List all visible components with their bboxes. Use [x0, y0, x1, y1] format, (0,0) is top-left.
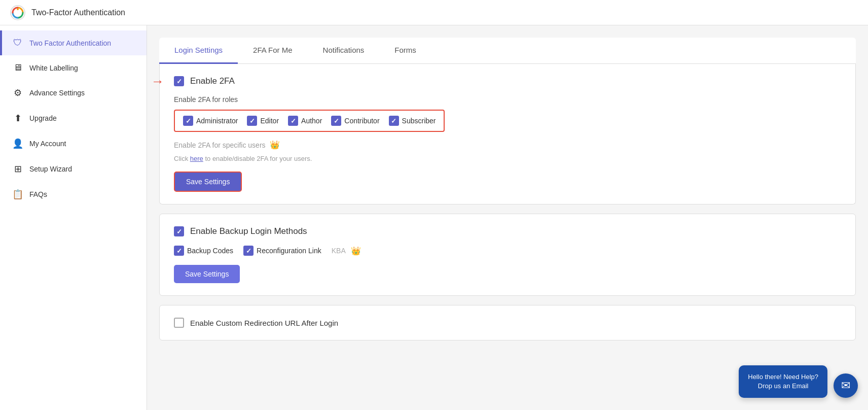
click-here-row: Click here to enable/disable 2FA for you… [174, 155, 841, 162]
enable-2fa-card: → Enable 2FA Enable 2FA for roles Admini… [159, 64, 856, 204]
top-bar: Two-Factor Authentication [0, 0, 868, 25]
tab-notifications[interactable]: Notifications [308, 38, 380, 64]
main-content: Login Settings 2FA For Me Notifications … [147, 25, 868, 410]
red-arrow: → [151, 74, 164, 89]
checkbox-editor[interactable] [247, 116, 257, 126]
reconfig-link-label: Reconfiguration Link [257, 247, 321, 255]
backup-codes-label: Backup Codes [187, 247, 233, 255]
monitor-icon: 🖥 [12, 62, 23, 73]
page-title: Two-Factor Authentication [31, 8, 125, 17]
specific-users-label: Enable 2FA for specific users [174, 141, 266, 149]
gear-icon: ⚙ [12, 87, 23, 98]
help-text-line1: Hello there! Need Help? [748, 373, 818, 381]
tab-bar: Login Settings 2FA For Me Notifications … [159, 38, 856, 64]
click-here-suffix: to enable/disable 2FA for your users. [203, 155, 312, 162]
reconfig-link-option: Reconfiguration Link [243, 246, 321, 256]
role-author-label: Author [301, 117, 322, 125]
reconfig-link-checkbox[interactable] [243, 246, 254, 256]
sidebar-item-advance-settings[interactable]: ⚙ Advance Settings [0, 80, 147, 106]
checkbox-administrator[interactable] [183, 116, 193, 126]
upgrade-icon: ⬆ [12, 113, 23, 124]
role-administrator: Administrator [183, 116, 238, 126]
sidebar-item-setup-wizard[interactable]: ⊞ Setup Wizard [0, 156, 147, 182]
role-subscriber-label: Subscriber [402, 117, 436, 125]
checkbox-subscriber[interactable] [389, 116, 399, 126]
save-settings-button-1[interactable]: Save Settings [174, 172, 242, 192]
sidebar-item-two-factor[interactable]: 🛡 Two Factor Authentication [0, 30, 147, 55]
checkbox-author[interactable] [288, 116, 298, 126]
sidebar-item-upgrade[interactable]: ⬆ Upgrade [0, 106, 147, 131]
tabs-section: Login Settings 2FA For Me Notifications … [159, 38, 856, 204]
click-here-prefix: Click [174, 155, 190, 162]
checkbox-contributor[interactable] [331, 116, 341, 126]
kba-label: KBA [332, 247, 346, 255]
svg-point-1 [17, 8, 19, 10]
backup-codes-option: Backup Codes [174, 246, 233, 256]
role-contributor-label: Contributor [344, 117, 379, 125]
tab-2fa-for-me[interactable]: 2FA For Me [238, 38, 308, 64]
custom-redirect-checkbox[interactable] [174, 318, 184, 328]
role-subscriber: Subscriber [389, 116, 436, 126]
sidebar-item-white-labelling[interactable]: 🖥 White Labelling [0, 55, 147, 80]
role-contributor: Contributor [331, 116, 379, 126]
backup-login-label: Enable Backup Login Methods [190, 226, 307, 236]
kba-option: KBA 👑 [332, 246, 361, 256]
enable-backup-checkbox[interactable] [174, 226, 184, 236]
chat-button[interactable]: ✉ [834, 373, 858, 398]
role-administrator-label: Administrator [196, 117, 238, 125]
backup-login-card: Enable Backup Login Methods Backup Codes… [159, 214, 856, 296]
click-here-link[interactable]: here [190, 155, 203, 162]
tab-forms[interactable]: Forms [379, 38, 431, 64]
custom-redirect-card: Enable Custom Redirection URL After Logi… [159, 305, 856, 340]
backup-options-row: Backup Codes Reconfiguration Link KBA 👑 [174, 246, 841, 256]
custom-redirect-row: Enable Custom Redirection URL After Logi… [174, 318, 841, 328]
enable-2fa-checkbox[interactable] [174, 76, 184, 86]
custom-redirect-label: Enable Custom Redirection URL After Logi… [190, 319, 338, 327]
roles-section-label: Enable 2FA for roles [174, 95, 841, 104]
user-icon: 👤 [12, 138, 23, 149]
faq-icon: 📋 [12, 189, 23, 200]
shield-icon: 🛡 [12, 38, 23, 48]
role-editor: Editor [247, 116, 279, 126]
help-text-line2: Drop us an Email [758, 382, 809, 390]
sidebar-item-my-account[interactable]: 👤 My Account [0, 131, 147, 156]
help-chat-bubble: Hello there! Need Help? Drop us an Email [739, 365, 827, 398]
backup-codes-checkbox[interactable] [174, 246, 184, 256]
save-settings-button-2[interactable]: Save Settings [174, 265, 240, 283]
kba-crown-icon: 👑 [351, 246, 361, 256]
tab-login-settings[interactable]: Login Settings [159, 38, 238, 64]
app-logo [10, 5, 25, 20]
roles-box: Administrator Editor Author Contributor [174, 110, 445, 132]
specific-users-row: Enable 2FA for specific users 👑 [174, 140, 841, 150]
crown-icon: 👑 [270, 140, 280, 150]
sidebar-item-faqs[interactable]: 📋 FAQs [0, 182, 147, 207]
role-editor-label: Editor [260, 117, 279, 125]
sidebar: 🛡 Two Factor Authentication 🖥 White Labe… [0, 25, 147, 410]
enable-2fa-label: Enable 2FA [190, 76, 235, 86]
grid-icon: ⊞ [12, 163, 23, 175]
main-layout: 🛡 Two Factor Authentication 🖥 White Labe… [0, 25, 868, 410]
backup-enable-row: Enable Backup Login Methods [174, 226, 841, 236]
role-author: Author [288, 116, 322, 126]
